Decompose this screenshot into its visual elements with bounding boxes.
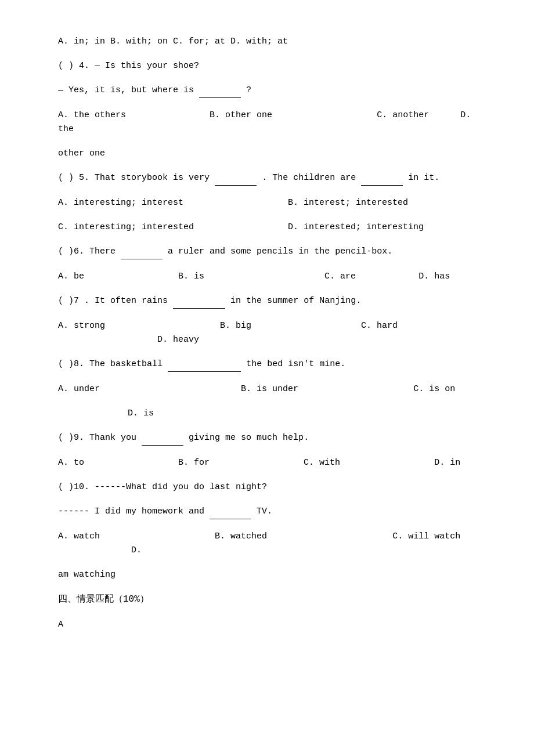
q6-text1: There xyxy=(89,247,116,256)
section-4-title: 四、情景匹配（10%） xyxy=(58,592,488,607)
q9-option-d: D. in xyxy=(434,458,460,468)
q6-option-b: B. is xyxy=(178,272,204,281)
q9-text1: Thank you xyxy=(89,433,136,443)
question-4-label-line: ( ) 4. — Is this your shoe? xyxy=(58,59,488,73)
question-6-options: A. be B. is C. are D. has xyxy=(58,270,488,284)
question-10-label-line: ( )10. ------What did you do last night? xyxy=(58,480,488,494)
question-9-options: A. to B. for C. with D. in xyxy=(58,456,488,470)
q5-text2: . The children are xyxy=(262,173,356,183)
question-10-options: A. watch B. watched C. will watch D. xyxy=(58,530,488,558)
question-4-options-d2: other one xyxy=(58,147,488,161)
q10-answer1: ------ I did my homework and xyxy=(58,507,204,516)
q10-option-d: D. xyxy=(131,545,142,555)
q7-option-d: D. heavy xyxy=(157,335,199,345)
question-8-label-line: ( )8. The basketball the bed isn't mine. xyxy=(58,357,488,372)
q6-option-c: C. are xyxy=(324,272,356,281)
q8-option-d: D. is xyxy=(128,408,154,418)
question-5-options-ab: A. interesting; interest B. interest; in… xyxy=(58,196,488,210)
question-5-options-cd: C. interesting; interested D. interested… xyxy=(58,220,488,234)
q6-label: ( )6. xyxy=(58,247,84,256)
question-10-answer-line: ------ I did my homework and TV. xyxy=(58,505,488,519)
q9-blank xyxy=(142,431,183,446)
question-4-answer-line: — Yes, it is, but where is ? xyxy=(58,84,488,98)
q4-question: — Is this your shoe? xyxy=(95,61,199,71)
q8-blank xyxy=(168,357,241,372)
q10-option-b: B. watched xyxy=(215,531,267,541)
q8-option-c: C. is on xyxy=(413,384,455,394)
q8-text2: the bed isn't mine. xyxy=(246,359,345,369)
q10-option-d2: am watching xyxy=(58,570,116,580)
q10-blank xyxy=(210,505,251,519)
q7-blank xyxy=(173,294,225,309)
q7-text1: It often rains xyxy=(95,296,168,306)
q4-option-a: A. the others xyxy=(58,110,126,120)
section-4-a: A xyxy=(58,618,488,632)
q7-label: ( )7 . xyxy=(58,296,89,306)
question-9-label-line: ( )9. Thank you giving me so much help. xyxy=(58,431,488,446)
q10-answer2: TV. xyxy=(257,507,272,516)
q8-option-b: B. is under xyxy=(241,384,298,394)
q5-text1: That storybook is very xyxy=(95,173,210,183)
question-5-label-line: ( ) 5. That storybook is very . The chil… xyxy=(58,171,488,186)
question-10-options-d2: am watching xyxy=(58,568,488,582)
q10-option-c: C. will watch xyxy=(392,531,460,541)
q5-option-b: B. interest; interested xyxy=(288,198,408,208)
q9-text2: giving me so much help. xyxy=(189,433,309,443)
q5-option-c: C. interesting; interested xyxy=(58,222,194,232)
q8-option-a: A. under xyxy=(58,384,100,394)
q4-option-c: C. another xyxy=(377,110,429,120)
q9-option-c: C. with xyxy=(304,458,340,468)
q8-text1: The basketball xyxy=(89,359,163,369)
q4-label: ( ) 4. xyxy=(58,61,89,71)
q5-label: ( ) 5. xyxy=(58,173,89,183)
question-7-label-line: ( )7 . It often rains in the summer of N… xyxy=(58,294,488,309)
question-8-options-abc: A. under B. is under C. is on xyxy=(58,382,488,396)
question-options-3: A. in; in B. with; on C. for; at D. with… xyxy=(58,35,488,49)
q4-option-b: B. other one xyxy=(210,110,272,120)
q5-blank1 xyxy=(215,171,257,186)
q9-option-b: B. for xyxy=(178,458,210,468)
q7-option-b: B. big xyxy=(220,321,251,331)
question-4-options: A. the others B. other one C. another D.… xyxy=(58,108,488,136)
q7-option-a: A. strong xyxy=(58,321,105,331)
q4-blank xyxy=(199,84,241,98)
question-7-options: A. strong B. big C. hard D. heavy xyxy=(58,319,488,347)
q5-option-d: D. interested; interesting xyxy=(288,222,424,232)
q5-option-a: A. interesting; interest xyxy=(58,198,183,208)
q10-option-a: A. watch xyxy=(58,531,100,541)
q6-option-d: D. has xyxy=(418,272,450,281)
q4-answer-end: ? xyxy=(246,85,251,95)
q7-text2: in the summer of Nanjing. xyxy=(230,296,361,306)
q10-question: ------What did you do last night? xyxy=(95,482,267,492)
q7-option-c: C. hard xyxy=(361,321,398,331)
q9-option-a: A. to xyxy=(58,458,84,468)
q10-label: ( )10. xyxy=(58,482,89,492)
q5-blank2 xyxy=(361,171,403,186)
question-6-label-line: ( )6. There a ruler and some pencils in … xyxy=(58,245,488,259)
q6-option-a: A. be xyxy=(58,272,84,281)
q8-label: ( )8. xyxy=(58,359,84,369)
q9-label: ( )9. xyxy=(58,433,84,443)
question-8-options-d: D. is xyxy=(58,407,488,421)
q5-text3: in it. xyxy=(408,173,439,183)
q4-option-d2: other one xyxy=(58,149,105,158)
q4-answer-prompt: — Yes, it is, but where is xyxy=(58,85,194,95)
q6-blank xyxy=(121,245,163,259)
q6-text2: a ruler and some pencils in the pencil-b… xyxy=(168,247,392,256)
